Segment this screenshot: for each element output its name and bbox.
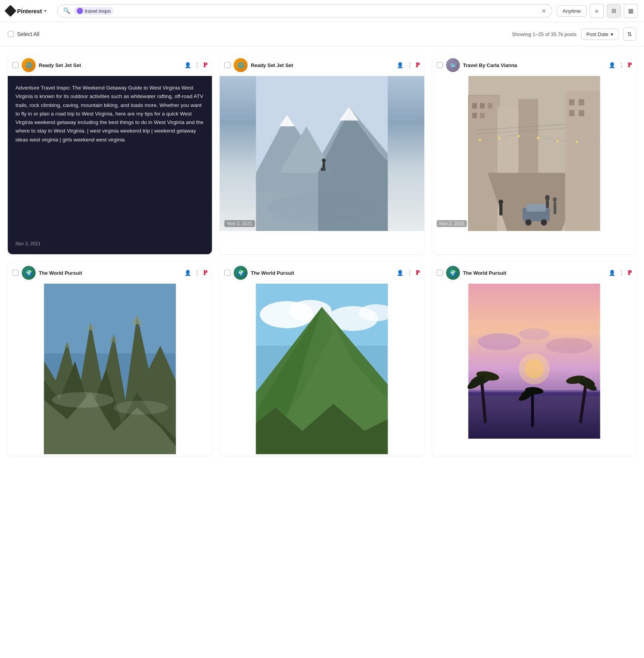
filter-lines-button[interactable]: ≡: [590, 4, 604, 18]
green-mountain-svg: [220, 284, 424, 454]
card-2-img-placeholder: [220, 76, 424, 231]
card-1-avatar-inner: 🌐: [22, 58, 36, 72]
svg-rect-37: [569, 99, 574, 105]
card-6-follow-icon[interactable]: 👤: [609, 270, 615, 276]
svg-rect-26: [499, 204, 502, 215]
grid-view-button[interactable]: ⊞: [607, 4, 621, 18]
card-5-avatar: 🌍: [234, 266, 248, 280]
card-4-more-icon[interactable]: ⋮: [194, 269, 200, 277]
svg-rect-21: [472, 113, 477, 118]
card-1-follow-icon[interactable]: 👤: [184, 62, 191, 68]
card-2-checkbox[interactable]: [224, 62, 231, 68]
card-2: 🌐 Ready Set Jet Set 👤 ⋮ 𝐏: [220, 54, 424, 254]
card-4: 🌍 The World Pursuit 👤 ⋮ 𝐏: [8, 262, 212, 456]
anytime-button[interactable]: Anytime: [557, 5, 587, 17]
card-5-checkbox[interactable]: [224, 270, 231, 276]
svg-rect-39: [569, 110, 574, 116]
card-2-avatar-inner: 🌐: [234, 58, 248, 72]
select-all-checkbox[interactable]: [8, 31, 14, 37]
card-4-pinterest-icon[interactable]: 𝐏: [203, 269, 207, 276]
card-1-checkbox[interactable]: [12, 62, 19, 68]
card-4-follow-icon[interactable]: 👤: [184, 270, 191, 276]
svg-rect-48: [44, 284, 176, 353]
card-2-more-icon[interactable]: ⋮: [406, 62, 413, 69]
svg-rect-12: [321, 168, 323, 171]
svg-point-44: [537, 137, 539, 139]
brand-label: Pinterest: [17, 8, 42, 14]
card-2-header: 🌐 Ready Set Jet Set 👤 ⋮ 𝐏: [220, 54, 424, 76]
card-1-header: 🌐 Ready Set Jet Set 👤 ⋮ 𝐏: [8, 54, 212, 76]
svg-point-34: [525, 219, 531, 226]
card-3-pinterest-icon[interactable]: 𝐏: [628, 62, 632, 69]
card-1-more-icon[interactable]: ⋮: [194, 62, 200, 69]
sunset-palms-svg: [432, 284, 636, 439]
card-6-checkbox[interactable]: [437, 270, 443, 276]
card-4-checkbox[interactable]: [12, 270, 19, 276]
svg-rect-13: [324, 168, 325, 171]
select-all-label: Select All: [17, 31, 40, 37]
column-filter-button[interactable]: ⇅: [623, 28, 636, 41]
brand-logo[interactable]: Pinterest ▾: [6, 7, 53, 15]
card-1-body: Adventure Travel Inspo: The Weekend Geta…: [8, 76, 212, 254]
card-2-pinterest-icon[interactable]: 𝐏: [416, 62, 420, 69]
content-grid: 🌐 Ready Set Jet Set 👤 ⋮ 𝐏 Adventure Trav…: [0, 47, 644, 463]
search-bar[interactable]: 🔍 travel inspo ✕: [57, 4, 552, 17]
image-view-button[interactable]: ▦: [624, 4, 638, 18]
svg-rect-18: [472, 103, 477, 109]
card-4-avatar-inner: 🌍: [22, 266, 36, 280]
svg-point-70: [524, 359, 544, 379]
card-2-author: Ready Set Jet Set: [251, 62, 393, 68]
card-3-date: Nov 2, 2021: [437, 220, 467, 227]
card-2-image: Nov 3, 2021: [220, 76, 424, 231]
svg-rect-84: [531, 392, 534, 427]
card-3-checkbox[interactable]: [437, 62, 443, 68]
card-6-header: 🌍 The World Pursuit 👤 ⋮ 𝐏: [432, 262, 636, 284]
card-4-avatar: 🌍: [22, 266, 36, 280]
search-clear-icon[interactable]: ✕: [541, 7, 546, 15]
svg-rect-19: [480, 103, 484, 109]
card-5-more-icon[interactable]: ⋮: [406, 269, 413, 277]
svg-point-71: [478, 333, 520, 350]
svg-rect-40: [579, 110, 584, 116]
card-3-follow-icon[interactable]: 👤: [609, 62, 615, 68]
card-6-pinterest-icon[interactable]: 𝐏: [628, 269, 632, 276]
search-tag[interactable]: travel inspo: [74, 7, 114, 15]
sub-toolbar: Select All Showing 1–25 of 35.7k posts P…: [0, 22, 644, 47]
svg-rect-38: [579, 99, 584, 105]
svg-point-73: [518, 328, 549, 340]
svg-point-45: [556, 140, 558, 142]
card-1-avatar: 🌐: [22, 58, 36, 72]
select-all-control[interactable]: Select All: [8, 31, 40, 37]
svg-rect-20: [487, 103, 492, 109]
card-5-pinterest-icon[interactable]: 𝐏: [416, 269, 420, 276]
rugged-peaks-svg: [8, 284, 212, 454]
card-1-pinterest-icon[interactable]: 𝐏: [203, 62, 207, 69]
card-2-avatar: 🌐: [234, 58, 248, 72]
svg-point-56: [52, 392, 114, 408]
svg-point-27: [498, 200, 503, 204]
card-1-text-content: Adventure Travel Inspo: The Weekend Geta…: [15, 84, 204, 144]
svg-point-63: [359, 304, 394, 321]
card-2-follow-icon[interactable]: 👤: [397, 62, 403, 68]
brand-chevron-icon: ▾: [44, 9, 46, 14]
card-5-follow-icon[interactable]: 👤: [397, 270, 403, 276]
card-5-image: [220, 284, 424, 456]
card-3-author: Travel By Carla Vianna: [463, 62, 606, 68]
svg-point-10: [322, 158, 326, 162]
card-1-author: Ready Set Jet Set: [39, 62, 181, 68]
card-3-avatar-inner: 🗺️: [446, 58, 460, 72]
card-4-image: [8, 284, 212, 456]
header-toolbar: Pinterest ▾ 🔍 travel inspo ✕ Anytime ≡ ⊞…: [0, 0, 644, 22]
card-3-more-icon[interactable]: ⋮: [618, 62, 625, 69]
sort-button[interactable]: Post Date ▾: [581, 29, 618, 40]
card-6: 🌍 The World Pursuit 👤 ⋮ 𝐏: [432, 262, 636, 456]
svg-point-35: [541, 219, 547, 226]
card-6-more-icon[interactable]: ⋮: [618, 269, 625, 277]
tag-color-indicator: [77, 8, 83, 14]
card-3-avatar: 🗺️: [446, 58, 460, 72]
card-5: 🌍 The World Pursuit 👤 ⋮ 𝐏: [220, 262, 424, 456]
svg-rect-33: [526, 204, 546, 212]
card-3-image: Nov 2, 2021: [432, 76, 636, 231]
svg-point-42: [498, 137, 500, 139]
card-1: 🌐 Ready Set Jet Set 👤 ⋮ 𝐏 Adventure Trav…: [8, 54, 212, 254]
